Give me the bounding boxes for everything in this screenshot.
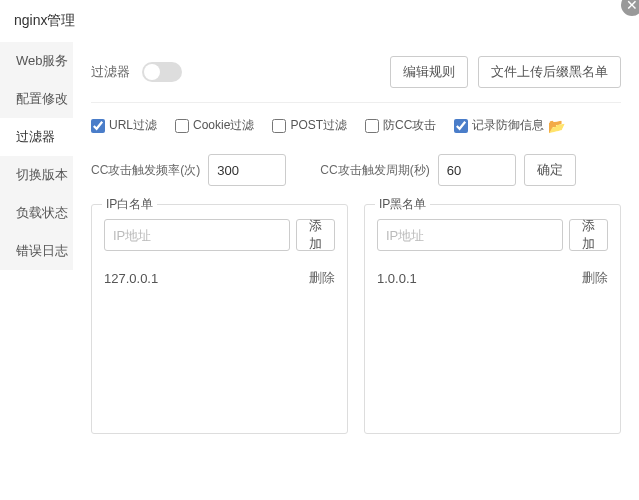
whitelist-panel: IP白名单 添加 127.0.0.1 删除 xyxy=(91,204,348,434)
filter-label: 过滤器 xyxy=(91,63,130,81)
close-icon[interactable]: ✕ xyxy=(621,0,639,16)
check-url-input[interactable] xyxy=(91,119,105,133)
cc-freq-label: CC攻击触发频率(次) xyxy=(91,162,200,179)
check-log[interactable]: 记录防御信息 📂 xyxy=(454,117,565,134)
whitelist-add-button[interactable]: 添加 xyxy=(296,219,335,251)
filter-toggle[interactable] xyxy=(142,62,182,82)
check-cookie[interactable]: Cookie过滤 xyxy=(175,117,254,134)
check-cc[interactable]: 防CC攻击 xyxy=(365,117,436,134)
app-title: nginx管理 xyxy=(14,12,75,30)
list-item: 127.0.0.1 删除 xyxy=(104,261,335,295)
folder-icon[interactable]: 📂 xyxy=(548,118,565,134)
main-panel: 过滤器 编辑规则 文件上传后缀黑名单 URL过滤 Cookie过滤 xyxy=(73,42,639,500)
sidebar-item-version[interactable]: 切换版本 xyxy=(0,156,73,194)
list-item: 1.0.0.1 删除 xyxy=(377,261,608,295)
check-url-label: URL过滤 xyxy=(109,117,157,134)
upload-blacklist-button[interactable]: 文件上传后缀黑名单 xyxy=(478,56,621,88)
check-cookie-label: Cookie过滤 xyxy=(193,117,254,134)
titlebar: nginx管理 ✕ xyxy=(0,0,639,42)
check-post-input[interactable] xyxy=(272,119,286,133)
check-cc-label: 防CC攻击 xyxy=(383,117,436,134)
blacklist-add-button[interactable]: 添加 xyxy=(569,219,608,251)
check-log-label: 记录防御信息 xyxy=(472,117,544,134)
cc-period-label: CC攻击触发周期(秒) xyxy=(320,162,429,179)
check-cookie-input[interactable] xyxy=(175,119,189,133)
whitelist-ip-input[interactable] xyxy=(104,219,290,251)
cc-freq-input[interactable] xyxy=(208,154,286,186)
blacklist-title: IP黑名单 xyxy=(375,196,430,213)
blacklist-ip-input[interactable] xyxy=(377,219,563,251)
edit-rules-button[interactable]: 编辑规则 xyxy=(390,56,468,88)
check-post[interactable]: POST过滤 xyxy=(272,117,347,134)
sidebar-item-config[interactable]: 配置修改 xyxy=(0,80,73,118)
sidebar: Web服务 配置修改 过滤器 切换版本 负载状态 错误日志 xyxy=(0,42,73,500)
check-cc-input[interactable] xyxy=(365,119,379,133)
sidebar-item-load[interactable]: 负载状态 xyxy=(0,194,73,232)
whitelist-title: IP白名单 xyxy=(102,196,157,213)
sidebar-item-web[interactable]: Web服务 xyxy=(0,42,73,80)
cc-period-input[interactable] xyxy=(438,154,516,186)
blacklist-panel: IP黑名单 添加 1.0.0.1 删除 xyxy=(364,204,621,434)
blacklist-ip-value: 1.0.0.1 xyxy=(377,271,417,286)
check-post-label: POST过滤 xyxy=(290,117,347,134)
whitelist-ip-value: 127.0.0.1 xyxy=(104,271,158,286)
check-url[interactable]: URL过滤 xyxy=(91,117,157,134)
sidebar-item-filter[interactable]: 过滤器 xyxy=(0,118,73,156)
sidebar-item-errorlog[interactable]: 错误日志 xyxy=(0,232,73,270)
check-log-input[interactable] xyxy=(454,119,468,133)
whitelist-delete-button[interactable]: 删除 xyxy=(309,269,335,287)
cc-confirm-button[interactable]: 确定 xyxy=(524,154,576,186)
blacklist-delete-button[interactable]: 删除 xyxy=(582,269,608,287)
